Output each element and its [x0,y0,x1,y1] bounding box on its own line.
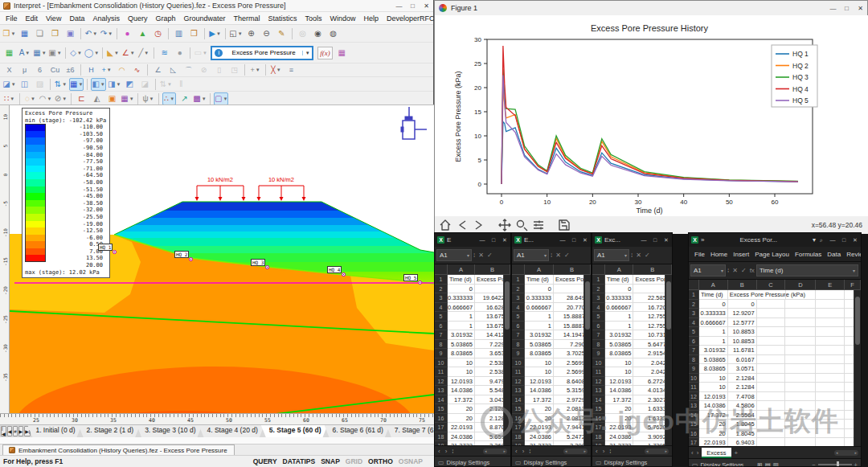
cell[interactable] [785,337,816,346]
cell[interactable]: 0.666667 [448,303,475,313]
cell[interactable]: 10 [605,358,634,368]
angle-icon[interactable]: ∠▼ [121,47,135,59]
excavation-icon[interactable]: ⊏ [75,92,88,105]
cell[interactable]: 20 [605,414,634,424]
hq-label[interactable]: HQ 5 [403,274,418,281]
ribbon-tab-data[interactable]: Data [825,251,843,258]
cell[interactable]: 3.01932 [605,330,634,340]
status-toggle-snap[interactable]: SNAP [321,457,340,465]
hq-point[interactable] [265,265,269,269]
name-box[interactable]: A1▾ [514,249,549,261]
scrollbar-thumb[interactable] [505,281,510,330]
cell[interactable]: Time (d) [605,275,634,285]
column-header-B[interactable]: B [475,264,510,274]
print-preview-icon[interactable]: ❏ [33,27,47,40]
split-view-icon[interactable]: ▥ [172,27,186,40]
cell[interactable]: 0 [525,285,554,294]
thermal-sort-icon[interactable]: ⇅▼ [159,78,173,91]
contour-plot-icon[interactable]: ▣ [105,92,119,105]
cell[interactable]: 22.0193 [448,423,475,432]
cell[interactable]: 5.03865 [448,340,475,350]
sphere-icon[interactable]: ● [173,47,186,59]
cell[interactable] [816,438,845,446]
cell[interactable]: 0 [448,285,475,294]
cell[interactable] [757,420,786,429]
chart-curve-icon[interactable]: ⌒ [182,64,195,76]
cell[interactable]: 2.1284 [728,374,757,383]
cell[interactable] [757,383,786,392]
cell[interactable]: 0.333333 [525,293,554,303]
cell[interactable] [757,355,786,365]
cell[interactable]: 7.4708 [728,392,757,402]
excel-grid[interactable]: 1Time (d)Excess Pore P20030.33333322.585… [592,275,672,445]
play-icon[interactable]: ▶▼ [208,27,222,40]
cu-icon[interactable]: Cu [48,64,62,76]
status-toggle-grid[interactable]: GRID [346,457,362,465]
pan-icon[interactable] [497,218,512,232]
cell[interactable]: 0 [699,300,728,309]
polygon-icon[interactable]: ◯▼ [84,47,99,59]
ribbon-tab-insert[interactable]: Insert [731,251,751,258]
menu-edit[interactable]: Edit [22,14,43,23]
cell[interactable]: 3.01932 [448,330,475,340]
cell[interactable]: 1 [448,312,475,322]
excel-close-button[interactable]: ✕ [850,237,861,244]
export-query-icon[interactable]: ◳ [227,64,241,76]
cell[interactable]: 8.03865 [448,349,475,358]
excel-grid[interactable]: 1Time (d)Excess Por20030.33333328.649240… [512,275,591,445]
cell[interactable] [816,300,845,309]
excel-maximize-button[interactable]: □ [568,237,579,243]
menu-query[interactable]: Query [124,14,152,23]
cancel-icon[interactable]: ✕ [731,267,739,274]
cell[interactable]: 2.1284 [728,383,757,392]
cell[interactable] [757,309,786,318]
select-all-corner[interactable] [689,280,699,289]
cell[interactable]: 31.3722 [448,441,475,445]
model-canvas[interactable]: 1050-5-10-15-20-25-30-35 [0,104,434,413]
tunnel-icon[interactable]: ◭ [90,92,104,105]
mesh-icon[interactable]: ▦▼ [121,92,134,105]
query-points-icon[interactable]: ∴▼ [162,92,176,105]
display-options-icon[interactable]: ◌▼ [23,92,37,105]
figure-canvas[interactable]: Excess Pore Pressure History010203040506… [435,15,868,216]
select-all-corner[interactable] [592,264,605,274]
sort-stages-icon[interactable]: ⇅▼ [54,78,68,91]
cell[interactable] [785,364,816,374]
zoom-window-icon[interactable]: ◎ [296,27,309,40]
cell[interactable] [757,374,786,383]
plus-minus-icon[interactable]: ±6 [63,64,77,76]
cell[interactable] [816,429,845,439]
stage-copy2-icon[interactable]: ◨▼ [108,78,121,91]
excel-minimize-button[interactable]: — [638,237,649,243]
cell[interactable] [816,411,845,420]
forward-icon[interactable] [472,218,486,232]
menu-graph[interactable]: Graph [151,14,179,23]
chart-icon[interactable]: ▲ [136,27,149,40]
ribbon-tab-formulas[interactable]: Formulas [792,251,824,258]
cell[interactable]: 0.333333 [448,293,475,303]
cell[interactable] [757,327,786,337]
zoom-icon[interactable] [514,218,529,232]
stage-tab-1[interactable]: 1. Initial (0 d) [27,425,81,437]
section-box-icon[interactable]: ▢▼ [214,92,228,105]
search-icon[interactable]: ⌕ [816,237,827,244]
cell[interactable] [785,346,816,355]
add-query-icon[interactable]: +▼ [100,64,113,76]
cell[interactable] [785,318,816,328]
interpret-close-button[interactable]: ✕ [420,2,433,10]
display-settings-label[interactable]: Display Settings [524,459,567,466]
cell[interactable]: 0.666667 [525,303,554,313]
hq-label[interactable]: HQ 3 [251,259,265,266]
table-icon[interactable]: ▦▼ [33,47,47,59]
horizontal-scrollbar[interactable]: ◂▸ [483,449,507,454]
cell[interactable]: 1 [448,322,475,331]
zoom-selected-icon[interactable]: ◍ [326,27,340,40]
horizontal-scrollbar[interactable]: ◂▸ [834,450,858,456]
formula-value[interactable]: Time (d)▾ [756,264,858,277]
cell[interactable]: Excess Pore Pressure (kPa) [728,290,757,300]
excel-minimize-button[interactable]: — [477,237,488,243]
excel-close-button[interactable]: ✕ [579,237,591,244]
polyline-icon[interactable]: ◇▼ [69,47,83,59]
cell[interactable]: 12.0193 [448,377,475,387]
folder-export-icon[interactable]: ❒ [187,27,201,40]
